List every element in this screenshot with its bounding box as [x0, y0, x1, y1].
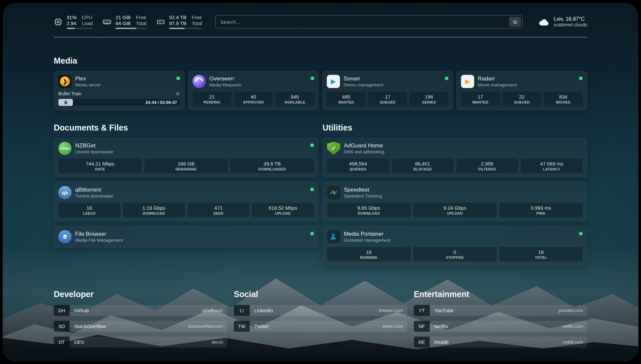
- bookmark-url: linkedin.com: [379, 308, 403, 313]
- filebrowser-icon: [58, 230, 72, 243]
- disk-readout: 52.4 TB Free 97.9 TB Total: [169, 15, 202, 29]
- cloud-icon: [538, 17, 550, 26]
- nzbget-title[interactable]: NZBGet: [75, 142, 307, 149]
- plex-now-playing-title: Bullet Train: [58, 91, 81, 96]
- search-input[interactable]: [215, 15, 523, 28]
- filebrowser-title[interactable]: File Browser: [75, 231, 307, 237]
- weather-widget[interactable]: Lviv, 16.87°C scattered clouds: [538, 16, 587, 27]
- bookmark-name: LinkedIn: [254, 308, 273, 313]
- documents-column: Documents & Files nzbget NZBGet Usenet d…: [54, 123, 319, 248]
- bookmark-twitter[interactable]: TW Twitter twitter.com: [234, 321, 407, 332]
- overseerr-meta: Overseerr Media Requests: [209, 76, 307, 87]
- plex-icon: ❯: [58, 75, 72, 88]
- disk-progress-bar: [169, 28, 202, 29]
- radarr-icon: ▶: [461, 75, 474, 88]
- top-bar: 31% CPU 2.94 Load: [54, 15, 587, 29]
- gear-icon[interactable]: [175, 91, 180, 96]
- adguard-stats: 498,564 QUERIES 86,401 BLOCKED 2,956 FIL…: [327, 159, 583, 173]
- adguard-meta: AdGuard Home DNS and adblocking: [344, 142, 583, 154]
- adguard-subtitle: DNS and adblocking: [344, 149, 583, 154]
- pause-button[interactable]: [58, 99, 73, 106]
- adguard-title[interactable]: AdGuard Home: [344, 142, 583, 149]
- speedtest-meta: Speedtest Speedtest Tracking: [344, 187, 583, 198]
- stat-pending: 21 PENDING: [193, 92, 231, 106]
- portainer-icon: [327, 230, 340, 243]
- service-card-qbittorrent[interactable]: qb qBittorrent Torrent downloader 16 LEE…: [54, 182, 319, 222]
- bookmark-abbr: SO: [54, 321, 70, 332]
- nzbget-stats: 744.21 Mbps RATE 266 GB REMAINING 39.6 T…: [58, 159, 314, 173]
- bookmark-abbr: YT: [414, 305, 430, 316]
- weather-location: Lviv, 16.87°C: [554, 16, 587, 22]
- filebrowser-status-dot: [310, 232, 314, 235]
- cpu-monitor: 31% CPU 2.94 Load: [54, 15, 93, 29]
- bookmark-youtube[interactable]: YT YouTube youtube.com: [414, 305, 587, 316]
- service-card-overseerr[interactable]: Overseerr Media Requests 21 PENDING 40 A…: [188, 71, 319, 110]
- stat-ping: 0.993 ms PING: [499, 203, 583, 217]
- bookmark-netflix[interactable]: NF Netflix netflix.com: [414, 321, 587, 332]
- bookmark-abbr: GH: [54, 305, 70, 316]
- homelab-dashboard: 31% CPU 2.94 Load: [3, 3, 638, 361]
- bookmark-abbr: DT: [54, 337, 70, 348]
- service-card-speedtest[interactable]: Speedtest Speedtest Tracking 9.65 Gbps D…: [322, 182, 587, 222]
- bookmark-github[interactable]: GH Github github.com: [54, 305, 227, 316]
- qbittorrent-title[interactable]: qBittorrent: [75, 187, 307, 193]
- cpu-label: CPU: [82, 15, 93, 20]
- radarr-stats: 17 WANTED 22 QUEUED 834 MOVIES: [461, 92, 583, 106]
- memory-progress-bar: [115, 28, 146, 29]
- service-card-adguard[interactable]: ✓ AdGuard Home DNS and adblocking 498,56…: [322, 138, 587, 177]
- bookmark-name: DEV: [74, 339, 84, 345]
- service-card-sonarr[interactable]: ▶ Sonarr Series management 485 WANTED 17…: [322, 71, 453, 110]
- search-provider-button[interactable]: G: [509, 17, 521, 27]
- stat-series: 196 SERIES: [410, 92, 448, 106]
- qbittorrent-icon: qb: [58, 186, 72, 199]
- radarr-meta: Radarr Movie management: [478, 76, 575, 87]
- stat-queued: 22 QUEUED: [503, 92, 541, 106]
- service-card-plex[interactable]: ❯ Plex Media server Bullet Train: [54, 71, 185, 110]
- service-card-nzbget[interactable]: nzbget NZBGet Usenet downloader 744.21 M…: [54, 138, 319, 177]
- service-card-filebrowser[interactable]: File Browser Media File Management: [54, 226, 319, 248]
- cpu-progress-bar: [67, 28, 93, 29]
- bookmark-url: twitter.com: [382, 324, 403, 329]
- nzbget-status-dot: [310, 143, 314, 147]
- stat-stopped: 0 STOPPED: [413, 247, 497, 261]
- overseerr-stats: 21 PENDING 40 APPROVED 945 AVAILABLE: [193, 92, 314, 106]
- bookmark-stackoverflow[interactable]: SO StackOverflow stackoverflow.com: [54, 321, 227, 332]
- bookmark-url: netflix.com: [563, 324, 583, 329]
- portainer-subtitle: Container management: [344, 238, 575, 243]
- bookmark-dev[interactable]: DT DEV dev.to: [54, 337, 227, 348]
- plex-status-dot: [176, 76, 180, 80]
- speedtest-title[interactable]: Speedtest: [344, 187, 583, 193]
- radarr-title[interactable]: Radarr: [478, 76, 575, 82]
- utilities-column: Utilities ✓ AdGuard Home DNS and adblock…: [322, 123, 587, 266]
- stat-running: 16 RUNNING: [327, 247, 411, 261]
- media-grid: ❯ Plex Media server Bullet Train: [54, 71, 587, 110]
- bookmarks-area: Developer GH Github github.com SO StackO…: [54, 289, 587, 352]
- sonarr-title[interactable]: Sonarr: [344, 76, 441, 82]
- weather-text: Lviv, 16.87°C scattered clouds: [554, 16, 587, 27]
- portainer-meta: Media Portainer Container management: [344, 231, 575, 243]
- disk-free-label: Free: [192, 15, 202, 20]
- stat-download: 9.65 Gbps DOWNLOAD: [327, 203, 411, 217]
- qbittorrent-subtitle: Torrent downloader: [75, 194, 307, 198]
- cpu-percent: 31%: [67, 15, 76, 20]
- bookmark-abbr: RE: [414, 337, 430, 348]
- stat-downloaded: 39.6 TB DOWNLOADED: [230, 159, 314, 173]
- plex-progress-bar[interactable]: 24:44 / 02:06:47: [58, 99, 180, 106]
- header-divider: [54, 37, 587, 38]
- bookmark-name: YouTube: [434, 308, 454, 313]
- service-card-radarr[interactable]: ▶ Radarr Movie management 17 WANTED 22 Q…: [456, 71, 587, 110]
- memory-monitor: 21 GiB Free 64 GiB Total: [103, 15, 146, 29]
- bookmark-linkedin[interactable]: LI LinkedIn linkedin.com: [234, 305, 407, 316]
- overseerr-status-dot: [311, 76, 314, 80]
- stat-queries: 498,564 QUERIES: [327, 159, 389, 173]
- bookmark-reddit[interactable]: RE Reddit reddit.com: [414, 337, 587, 348]
- service-card-portainer[interactable]: Media Portainer Container management 16 …: [322, 226, 587, 266]
- plex-title[interactable]: Plex: [75, 76, 173, 82]
- overseerr-title[interactable]: Overseerr: [209, 76, 307, 82]
- plex-playback-time: 24:44 / 02:06:47: [145, 99, 177, 106]
- disk-total-label: Total: [192, 20, 202, 26]
- stat-movies: 834 MOVIES: [544, 92, 583, 106]
- memory-readout: 21 GiB Free 64 GiB Total: [115, 15, 146, 29]
- speedtest-subtitle: Speedtest Tracking: [344, 194, 583, 198]
- portainer-title[interactable]: Media Portainer: [344, 231, 575, 237]
